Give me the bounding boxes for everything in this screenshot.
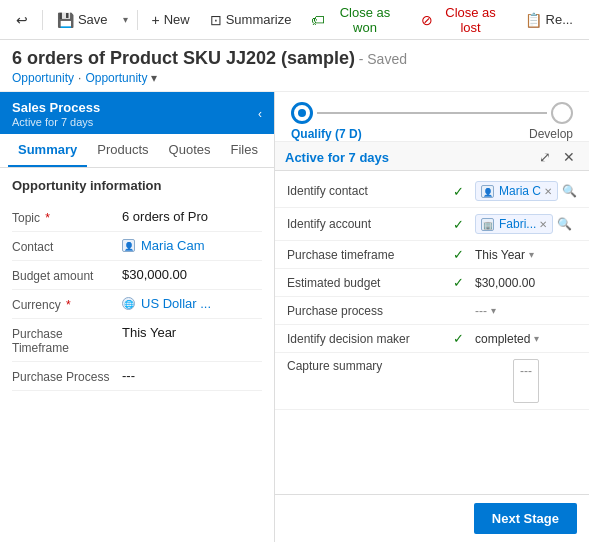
stage-dot-qualify [298,109,306,117]
breadcrumb-sep: · [78,71,81,85]
breadcrumb-opportunity1[interactable]: Opportunity [12,71,74,85]
close-won-icon: 🏷 [311,12,325,28]
checklist-label-purchase-timeframe: Purchase timeframe [287,248,447,262]
tab-products-label: Products [97,142,148,157]
field-value-topic[interactable]: 6 orders of Pro [122,209,262,224]
rec-icon: 📋 [525,12,542,28]
purchase-process-value: --- [475,304,487,318]
checklist-row-purchase-timeframe: Purchase timeframe ✓ This Year ▾ [275,241,589,269]
tag-remove-fabri[interactable]: ✕ [539,219,547,230]
rec-button[interactable]: 📋 Re... [517,8,581,32]
dropdown-arrow-decision-maker[interactable]: ▾ [534,333,539,344]
tab-bar: Summary Products Quotes Files [0,134,274,168]
account-tag-icon: 🏢 [481,218,494,231]
toolbar: ↩ 💾 Save ▾ + New ⊡ Summarize 🏷 Close as … [0,0,589,40]
stage-progress-area: Qualify (7 D) Develop [275,92,589,142]
field-row-contact: Contact 👤 Maria Cam [12,232,262,261]
close-as-lost-button[interactable]: ⊘ Close as lost [413,1,513,39]
stage-circle-qualify [291,102,313,124]
expand-button[interactable]: ⤢ [535,147,555,167]
next-stage-label: Next Stage [492,511,559,526]
field-value-purchase-process[interactable]: --- [122,368,262,383]
sales-process-header[interactable]: Sales Process Active for 7 days ‹ [0,92,274,134]
dropdown-arrow-purchase-process[interactable]: ▾ [491,305,496,316]
field-label-currency: Currency * [12,296,122,312]
tag-fabri[interactable]: 🏢 Fabri... ✕ [475,214,553,234]
checklist-value-identify-account: 🏢 Fabri... ✕ 🔍 [475,214,577,234]
tab-summary-label: Summary [18,142,77,157]
check-mark-identify-account: ✓ [453,217,469,232]
back-button[interactable]: ↩ [8,8,36,32]
stage-label-develop: Develop [529,127,573,141]
required-star-currency: * [66,298,71,312]
breadcrumb-opportunity2[interactable]: Opportunity [85,71,147,85]
required-star-topic: * [45,211,50,225]
close-won-label: Close as won [329,5,400,35]
estimated-budget-value: $30,000.00 [475,276,535,290]
qualify-header-actions: ⤢ ✕ [535,147,579,167]
title-saved: - Saved [359,51,407,67]
qualify-flyout: Qualify (7 D) Develop Active for 7 days … [275,92,589,542]
check-mark-estimated-budget: ✓ [453,275,469,290]
identify-decision-maker-value: completed [475,332,530,346]
tab-files[interactable]: Files [220,134,267,167]
search-icon-contact[interactable]: 🔍 [562,184,577,198]
body-layout: Sales Process Active for 7 days ‹ Summar… [0,92,589,542]
tab-quotes-label: Quotes [169,142,211,157]
breadcrumb: Opportunity · Opportunity ▾ [12,71,577,85]
field-row-purchase-timeframe: Purchase Timeframe This Year [12,319,262,362]
toolbar-divider-1 [42,10,43,30]
checklist-label-estimated-budget: Estimated budget [287,276,447,290]
checklist-value-estimated-budget: $30,000.00 [475,276,577,290]
tag-label-maria-c: Maria C [499,184,541,198]
flyout-footer: Next Stage [275,494,589,542]
tab-quotes[interactable]: Quotes [159,134,221,167]
checklist-label-identify-decision-maker: Identify decision maker [287,332,447,346]
checklist-row-identify-account: Identify account ✓ 🏢 Fabri... ✕ 🔍 [275,208,589,241]
close-as-won-button[interactable]: 🏷 Close as won [303,1,408,39]
summarize-button[interactable]: ⊡ Summarize [202,8,300,32]
tag-remove-maria-c[interactable]: ✕ [544,186,552,197]
checklist-label-identify-account: Identify account [287,217,447,231]
checklist-row-purchase-process: Purchase process ✓ --- ▾ [275,297,589,325]
check-mark-purchase-timeframe: ✓ [453,247,469,262]
close-lost-icon: ⊘ [421,12,433,28]
new-icon: + [151,12,159,28]
breadcrumb-chevron-icon[interactable]: ▾ [151,71,157,85]
opp-info-title: Opportunity information [12,178,262,193]
field-label-contact: Contact [12,238,122,254]
checklist-value-identify-decision-maker: completed ▾ [475,332,577,346]
capture-summary-value: --- [520,364,532,378]
tab-products[interactable]: Products [87,134,158,167]
stage-line [317,112,547,114]
field-value-budget[interactable]: $30,000.00 [122,267,262,282]
checklist-value-identify-contact: 👤 Maria C ✕ 🔍 [475,181,577,201]
next-stage-button[interactable]: Next Stage [474,503,577,534]
new-button[interactable]: + New [143,8,197,32]
contact-tag-icon: 👤 [481,185,494,198]
tag-label-fabri: Fabri... [499,217,536,231]
field-label-topic: Topic * [12,209,122,225]
tab-summary[interactable]: Summary [8,134,87,167]
checklist-row-identify-decision-maker: Identify decision maker ✓ completed ▾ [275,325,589,353]
sales-process-sub: Active for 7 days [12,116,100,128]
save-chevron[interactable]: ▾ [120,10,131,29]
tag-maria-c[interactable]: 👤 Maria C ✕ [475,181,558,201]
dropdown-arrow-timeframe[interactable]: ▾ [529,249,534,260]
save-label: Save [78,12,108,27]
save-button[interactable]: 💾 Save [49,8,116,32]
field-row-budget: Budget amount $30,000.00 [12,261,262,290]
new-label: New [164,12,190,27]
purchase-timeframe-value: This Year [475,248,525,262]
capture-summary-textarea[interactable]: --- [513,359,539,403]
field-value-contact[interactable]: 👤 Maria Cam [122,238,262,253]
check-mark-identify-decision-maker: ✓ [453,331,469,346]
field-value-purchase-timeframe[interactable]: This Year [122,325,262,340]
search-icon-account[interactable]: 🔍 [557,217,572,231]
field-row-currency: Currency * 🌐 US Dollar ... [12,290,262,319]
field-label-purchase-process: Purchase Process [12,368,122,384]
field-value-currency[interactable]: 🌐 US Dollar ... [122,296,262,311]
field-label-budget: Budget amount [12,267,122,283]
title-main: 6 orders of Product SKU JJ202 (sample) [12,48,355,68]
close-flyout-button[interactable]: ✕ [559,147,579,167]
